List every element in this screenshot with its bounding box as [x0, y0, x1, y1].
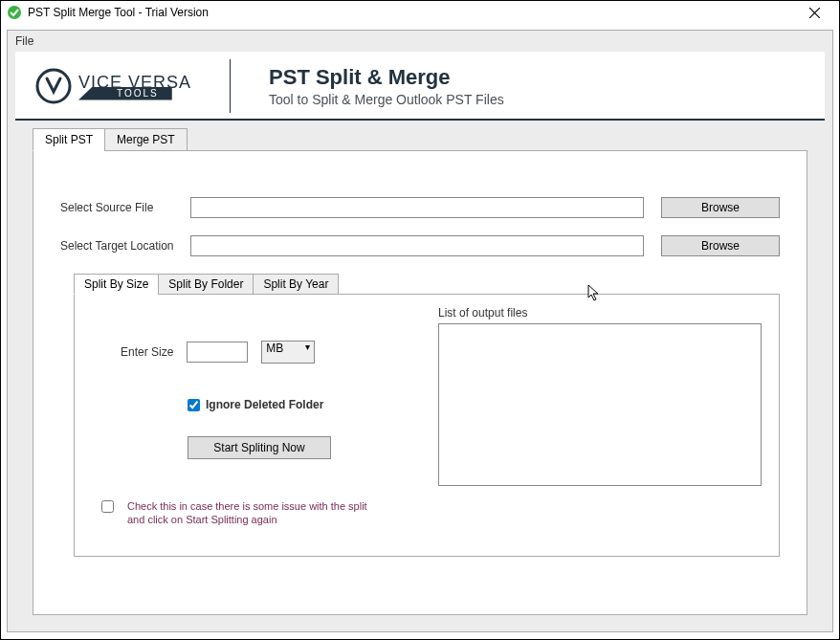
logo-subtext: TOOLS [78, 87, 172, 100]
source-file-label: Select Source File [60, 201, 181, 214]
ignore-deleted-checkbox[interactable] [188, 399, 200, 411]
sub-content: Enter Size MB Ignore Deleted Folder Star… [74, 294, 780, 557]
target-location-input[interactable] [190, 235, 644, 256]
size-unit-select[interactable]: MB [261, 341, 315, 364]
header-banner: VICE VERSA TOOLS PST Split & Merge Tool … [15, 52, 825, 119]
window-title: PST Split Merge Tool - Trial Version [28, 6, 795, 19]
sub-tabs: Split By Size Split By Folder Split By Y… [74, 274, 780, 295]
content-panel: Select Source File Browse Select Target … [33, 150, 807, 615]
close-button[interactable] [795, 2, 833, 23]
output-files-label: List of output files [438, 306, 762, 320]
main-tabs: Split PST Merge PST [33, 128, 832, 151]
start-splitting-button[interactable]: Start Spliting Now [188, 436, 331, 459]
header-title: PST Split & Merge [269, 65, 504, 90]
browse-source-button[interactable]: Browse [661, 197, 780, 218]
tab-split-by-folder[interactable]: Split By Folder [158, 274, 254, 295]
retry-warning-text: Check this in case there is some issue w… [127, 499, 386, 527]
banner-underline [15, 119, 825, 121]
target-location-label: Select Target Location [60, 239, 181, 253]
menu-file[interactable]: File [15, 34, 33, 48]
outer-frame: File VICE VERSA TOOLS PST Split & Merge … [7, 30, 833, 632]
tab-merge-pst[interactable]: Merge PST [104, 128, 188, 151]
tab-split-pst[interactable]: Split PST [33, 128, 105, 151]
ignore-deleted-label: Ignore Deleted Folder [206, 398, 323, 411]
logo: VICE VERSA TOOLS [34, 67, 191, 105]
tab-split-by-size[interactable]: Split By Size [74, 274, 159, 295]
source-file-input[interactable] [190, 197, 644, 218]
menu-bar: File [8, 31, 832, 52]
title-bar: PST Split Merge Tool - Trial Version [1, 1, 839, 24]
logo-icon [34, 67, 73, 105]
tab-split-by-year[interactable]: Split By Year [253, 274, 339, 295]
svg-point-1 [37, 70, 70, 102]
vertical-divider [230, 59, 231, 113]
output-files-list[interactable] [438, 323, 762, 486]
size-input[interactable] [187, 342, 248, 363]
browse-target-button[interactable]: Browse [661, 235, 780, 256]
app-icon [7, 5, 22, 20]
header-subtitle: Tool to Split & Merge Outlook PST Files [269, 92, 504, 107]
retry-checkbox[interactable] [101, 500, 114, 513]
enter-size-label: Enter Size [121, 345, 173, 359]
svg-point-0 [8, 6, 21, 19]
